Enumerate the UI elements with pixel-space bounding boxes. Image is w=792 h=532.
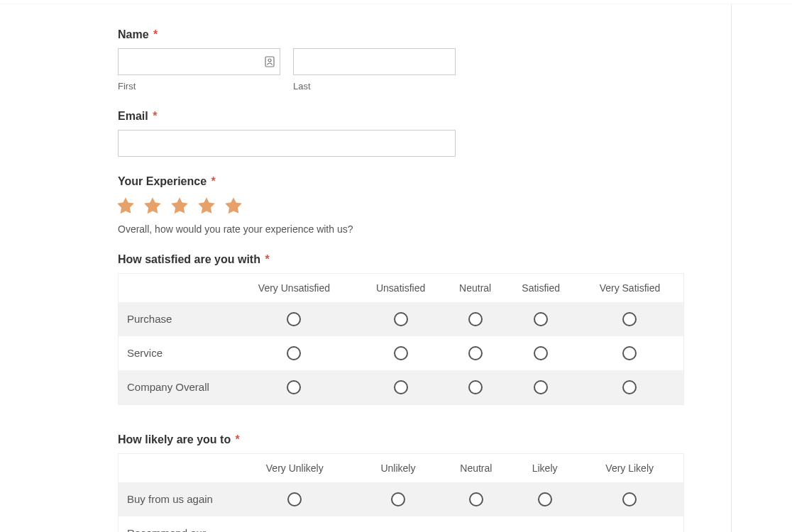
experience-label: Your Experience * xyxy=(118,175,619,188)
matrix-radio[interactable] xyxy=(622,312,637,326)
star-icon[interactable] xyxy=(169,195,190,216)
star-icon[interactable] xyxy=(196,195,217,216)
matrix-row-header: Service xyxy=(119,336,232,370)
matrix-column-header: Neutral xyxy=(445,274,506,303)
star-rating[interactable] xyxy=(115,195,619,216)
matrix-radio[interactable] xyxy=(394,312,408,326)
likelihood-matrix-block: How likely are you to * Very UnlikelyUnl… xyxy=(118,433,619,532)
email-label: Email * xyxy=(118,110,619,123)
matrix-row-header: Buy from us again xyxy=(119,482,232,516)
name-label-text: Name xyxy=(118,28,149,40)
email-label-text: Email xyxy=(118,110,148,122)
star-icon[interactable] xyxy=(223,195,244,216)
matrix-column-header: Satisfied xyxy=(505,274,576,303)
matrix-radio[interactable] xyxy=(391,492,405,506)
required-marker: * xyxy=(265,253,269,265)
last-sublabel: Last xyxy=(293,81,456,92)
matrix-radio[interactable] xyxy=(468,312,483,326)
matrix-radio[interactable] xyxy=(468,380,483,394)
matrix-radio[interactable] xyxy=(287,346,301,360)
table-row: Company Overall xyxy=(119,370,684,405)
matrix-radio[interactable] xyxy=(534,346,548,360)
table-row: Buy from us again xyxy=(119,482,684,516)
table-row: Purchase xyxy=(119,302,684,336)
matrix-column-header: Unsatisfied xyxy=(356,274,444,303)
matrix-radio[interactable] xyxy=(394,380,408,394)
matrix-radio[interactable] xyxy=(287,380,301,394)
matrix-column-header: Very Likely xyxy=(576,454,683,483)
contact-card-icon xyxy=(265,56,275,67)
name-field: Name * xyxy=(118,28,619,92)
matrix-column-header: Likely xyxy=(514,454,576,483)
matrix-column-header: Very Unsatisfied xyxy=(232,274,357,303)
satisfaction-label-text: How satisfied are you with xyxy=(118,253,260,265)
matrix-column-header: Neutral xyxy=(439,454,514,483)
matrix-radio[interactable] xyxy=(469,492,483,506)
first-sublabel: First xyxy=(118,81,280,92)
likelihood-label: How likely are you to * xyxy=(118,433,619,446)
first-name-input[interactable] xyxy=(118,48,280,75)
matrix-radio[interactable] xyxy=(622,380,637,394)
experience-description: Overall, how would you rate your experie… xyxy=(118,223,619,235)
satisfaction-matrix-block: How satisfied are you with * Very Unsati… xyxy=(118,253,619,405)
required-marker: * xyxy=(153,110,157,122)
matrix-row-header: Company Overall xyxy=(119,370,232,405)
matrix-row-header: Purchase xyxy=(119,302,232,336)
matrix-radio[interactable] xyxy=(534,312,548,326)
satisfaction-matrix: Very UnsatisfiedUnsatisfiedNeutralSatisf… xyxy=(118,273,684,405)
matrix-column-header: Unlikely xyxy=(358,454,439,483)
email-field: Email * xyxy=(118,110,619,157)
name-label: Name * xyxy=(118,28,619,41)
star-icon[interactable] xyxy=(142,195,163,216)
matrix-radio[interactable] xyxy=(468,346,483,360)
matrix-radio[interactable] xyxy=(394,346,408,360)
matrix-radio[interactable] xyxy=(538,492,552,506)
table-row: Recommend our product to others xyxy=(119,516,684,532)
matrix-radio[interactable] xyxy=(287,492,302,506)
matrix-radio[interactable] xyxy=(622,492,637,506)
experience-label-text: Your Experience xyxy=(118,175,207,187)
table-row: Service xyxy=(119,336,684,370)
last-name-input[interactable] xyxy=(293,48,456,75)
matrix-radio[interactable] xyxy=(287,312,301,326)
star-icon[interactable] xyxy=(115,195,136,216)
satisfaction-label: How satisfied are you with * xyxy=(118,253,619,266)
required-marker: * xyxy=(153,28,158,40)
email-input[interactable] xyxy=(118,130,456,157)
matrix-column-header: Very Unlikely xyxy=(232,454,358,483)
likelihood-label-text: How likely are you to xyxy=(118,433,231,445)
likelihood-matrix: Very UnlikelyUnlikelyNeutralLikelyVery L… xyxy=(118,453,684,532)
experience-field: Your Experience * Overall, how would you… xyxy=(118,175,619,235)
matrix-radio[interactable] xyxy=(622,346,637,360)
required-marker: * xyxy=(236,433,240,445)
matrix-row-header: Recommend our product to others xyxy=(119,516,232,532)
svg-point-1 xyxy=(268,59,271,62)
matrix-radio[interactable] xyxy=(534,380,548,394)
matrix-column-header: Very Satisfied xyxy=(576,274,684,303)
required-marker: * xyxy=(211,175,216,187)
